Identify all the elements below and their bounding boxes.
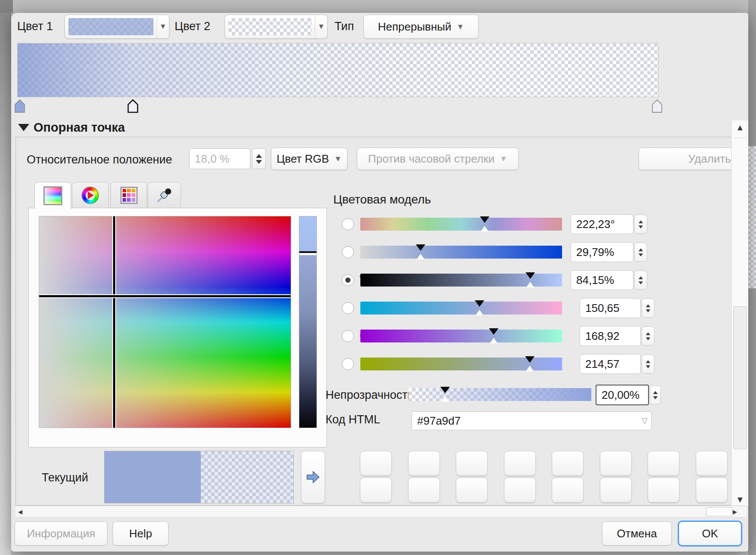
channel-marker[interactable] xyxy=(526,272,535,279)
channel-slider[interactable] xyxy=(360,218,562,231)
color2-dropdown-icon[interactable]: ▼ xyxy=(315,15,327,38)
channel-stepper[interactable] xyxy=(634,271,647,290)
stepper-up-icon[interactable] xyxy=(639,220,643,223)
stepper-down-icon[interactable] xyxy=(646,337,651,340)
stepper-up-icon[interactable] xyxy=(256,154,262,158)
opacity-marker[interactable] xyxy=(440,387,450,393)
cancel-button[interactable]: Отмена xyxy=(602,521,672,546)
channel-input[interactable]: 29,79% xyxy=(571,242,633,262)
empty-swatch[interactable] xyxy=(648,451,679,476)
ok-button[interactable]: OK xyxy=(678,521,742,546)
opacity-input[interactable]: 20,00% xyxy=(596,385,649,405)
channel-stepper[interactable] xyxy=(634,243,647,262)
vertical-scrollbar[interactable]: ▲ ▼ xyxy=(731,120,748,506)
color-mode-dropdown[interactable]: Цвет RGB ▼ xyxy=(271,148,347,170)
channel-marker[interactable] xyxy=(416,244,425,251)
html-code-input[interactable]: #97a9d7 ▽ xyxy=(412,411,652,430)
stepper-up-icon[interactable] xyxy=(646,360,651,363)
gradient-stop-marker[interactable] xyxy=(652,99,663,113)
empty-swatch[interactable] xyxy=(408,451,440,476)
empty-swatch[interactable] xyxy=(360,451,392,476)
color2-well[interactable]: ▼ xyxy=(224,15,328,39)
stepper-up-icon[interactable] xyxy=(639,276,643,279)
empty-swatch[interactable] xyxy=(360,478,392,503)
channel-stepper[interactable] xyxy=(642,327,655,345)
channel-radio[interactable] xyxy=(342,330,354,342)
empty-swatch[interactable] xyxy=(600,451,632,476)
collapse-triangle-icon[interactable] xyxy=(18,124,29,131)
gradient-preview[interactable] xyxy=(17,43,659,97)
channel-input[interactable]: 168,92 xyxy=(580,326,641,346)
tab-palette[interactable] xyxy=(111,182,147,208)
horizontal-scroll-thumb[interactable] xyxy=(706,507,733,516)
channel-input[interactable]: 84,15% xyxy=(571,270,633,290)
hsv-square[interactable] xyxy=(39,216,291,428)
scroll-left-icon[interactable]: ◂ xyxy=(18,507,22,516)
stepper-up-icon[interactable] xyxy=(639,248,643,251)
empty-swatch[interactable] xyxy=(552,451,584,476)
color1-well[interactable]: ▼ xyxy=(65,15,169,39)
value-slider-marker[interactable] xyxy=(299,251,317,255)
stepper-down-icon[interactable] xyxy=(646,309,651,312)
channel-input[interactable]: 214,57 xyxy=(580,354,641,374)
type-dropdown[interactable]: Непрерывный ▼ xyxy=(363,15,479,39)
tab-color-wheel[interactable] xyxy=(72,182,109,208)
channel-stepper[interactable] xyxy=(642,299,655,318)
tab-color-map[interactable] xyxy=(34,182,71,209)
channel-marker[interactable] xyxy=(489,328,498,335)
channel-stepper[interactable] xyxy=(642,355,655,373)
stepper-down-icon[interactable] xyxy=(646,365,651,368)
channel-slider[interactable] xyxy=(360,358,562,370)
channel-radio[interactable] xyxy=(342,358,354,370)
empty-swatch[interactable] xyxy=(696,478,728,503)
offset-stepper[interactable] xyxy=(252,148,266,169)
empty-swatch[interactable] xyxy=(504,478,536,503)
channel-marker[interactable] xyxy=(480,216,489,223)
scroll-up-icon[interactable]: ▲ xyxy=(736,123,744,132)
stepper-down-icon[interactable] xyxy=(639,281,643,284)
gradient-stop-marker[interactable] xyxy=(127,99,138,113)
delete-stop-button[interactable]: Удалить xyxy=(639,148,731,170)
stepper-down-icon[interactable] xyxy=(639,225,643,228)
empty-swatch[interactable] xyxy=(504,451,536,476)
color1-dropdown-icon[interactable]: ▼ xyxy=(157,15,169,38)
empty-swatch[interactable] xyxy=(696,451,728,476)
channel-input[interactable]: 222,23° xyxy=(571,214,633,234)
channel-marker[interactable] xyxy=(525,356,535,363)
channel-slider[interactable] xyxy=(360,274,562,287)
tab-eyedropper[interactable] xyxy=(148,182,181,208)
empty-swatch[interactable] xyxy=(600,478,632,503)
vertical-scroll-thumb[interactable] xyxy=(733,306,747,449)
channel-slider[interactable] xyxy=(360,302,562,314)
channel-stepper[interactable] xyxy=(634,215,647,234)
empty-swatch[interactable] xyxy=(648,478,679,503)
offset-input[interactable]: 18,0 % xyxy=(189,148,250,169)
channel-slider[interactable] xyxy=(360,246,562,259)
html-dropdown-icon[interactable]: ▽ xyxy=(642,416,648,426)
empty-swatch[interactable] xyxy=(456,451,488,476)
value-slider[interactable] xyxy=(299,216,317,428)
scroll-down-icon[interactable]: ▼ xyxy=(736,495,744,504)
channel-marker[interactable] xyxy=(475,300,484,307)
channel-input[interactable]: 150,65 xyxy=(580,298,641,318)
apply-to-swatch-button[interactable] xyxy=(301,451,325,503)
scroll-right-icon[interactable]: ▸ xyxy=(733,507,737,516)
channel-slider[interactable] xyxy=(360,330,562,342)
stepper-up-icon[interactable] xyxy=(646,304,651,307)
empty-swatch[interactable] xyxy=(456,478,488,503)
help-button[interactable]: Help xyxy=(113,521,169,546)
stepper-down-icon[interactable] xyxy=(653,396,658,399)
stepper-up-icon[interactable] xyxy=(653,391,658,394)
stepper-down-icon[interactable] xyxy=(639,253,643,256)
gradient-stop-marker[interactable] xyxy=(14,99,25,113)
opacity-slider[interactable] xyxy=(409,388,591,401)
stepper-down-icon[interactable] xyxy=(256,160,262,164)
channel-radio[interactable] xyxy=(342,302,354,314)
horizontal-scrollbar[interactable]: ◂ ▸ xyxy=(15,506,747,518)
empty-swatch[interactable] xyxy=(408,478,440,503)
opacity-stepper[interactable] xyxy=(650,385,661,404)
channel-radio[interactable] xyxy=(342,246,354,258)
channel-radio[interactable] xyxy=(342,218,354,230)
empty-swatch[interactable] xyxy=(552,478,584,503)
stepper-up-icon[interactable] xyxy=(646,332,651,335)
